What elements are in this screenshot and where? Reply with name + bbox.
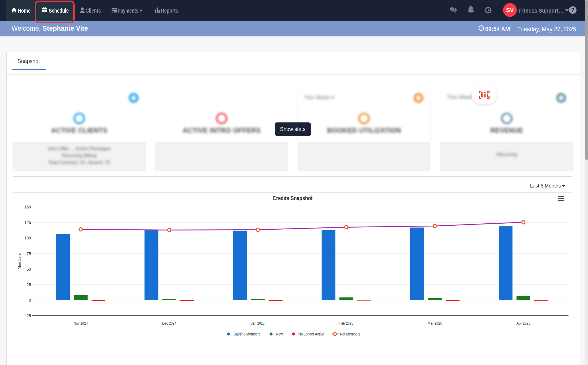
svg-text:0: 0	[29, 298, 31, 302]
svg-text:Nov 2024: Nov 2024	[74, 321, 88, 325]
svg-text:Members: Members	[17, 253, 22, 270]
svg-text:Net Members: Net Members	[340, 332, 360, 336]
svg-text:100: 100	[24, 236, 31, 240]
svg-text:Apr 2025: Apr 2025	[517, 321, 531, 325]
svg-text:No Longer Active: No Longer Active	[298, 332, 324, 336]
svg-text:Credits Snapshot: Credits Snapshot	[273, 195, 313, 201]
svg-text:Mar 2025: Mar 2025	[428, 321, 442, 325]
svg-text:125: 125	[24, 220, 31, 225]
svg-text:-25: -25	[25, 313, 31, 318]
svg-text:25: 25	[26, 282, 31, 287]
svg-text:Dec 2024: Dec 2024	[162, 321, 177, 325]
svg-text:Starting Members: Starting Members	[234, 332, 260, 336]
svg-text:50: 50	[26, 267, 31, 272]
svg-text:Feb 2025: Feb 2025	[339, 321, 353, 325]
svg-text:75: 75	[26, 251, 31, 256]
svg-text:150: 150	[24, 205, 31, 209]
svg-text:Jan 2025: Jan 2025	[251, 321, 264, 325]
svg-text:New: New	[276, 332, 283, 336]
